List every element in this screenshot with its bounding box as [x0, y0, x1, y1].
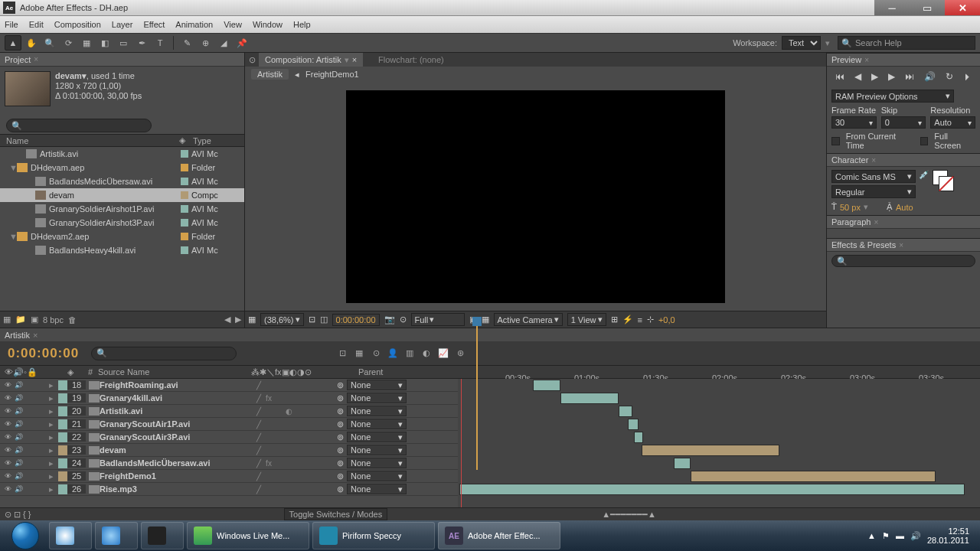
font-style-dropdown[interactable]: Regular ▾: [831, 185, 916, 198]
stroke-color[interactable]: [939, 176, 954, 191]
project-search[interactable]: 🔍: [6, 119, 152, 132]
camera-tool[interactable]: ▦: [78, 35, 95, 51]
preview-tab[interactable]: Preview×: [827, 53, 980, 67]
col-type[interactable]: Type: [193, 136, 244, 145]
zoom-dropdown[interactable]: (38,6%) ▾: [260, 313, 304, 326]
shy-icon[interactable]: 👤: [386, 348, 400, 358]
effects-presets-tab[interactable]: Effects & Presets×: [827, 238, 980, 252]
pen-tool[interactable]: ✒: [133, 35, 150, 51]
timeline-search[interactable]: 🔍: [91, 347, 237, 360]
graph-icon[interactable]: 📈: [436, 348, 450, 358]
preview-res-dropdown[interactable]: Auto ▾: [930, 116, 975, 129]
bpc-label[interactable]: 8 bpc: [43, 315, 64, 324]
layer-bar[interactable]: [560, 393, 619, 404]
layer-bar[interactable]: [674, 458, 691, 469]
layer-bar[interactable]: [691, 471, 936, 482]
prev-frame-icon[interactable]: ◀: [854, 71, 861, 82]
rotate-tool[interactable]: ⟳: [60, 35, 77, 51]
layer-row[interactable]: 👁🔊▸24BadlandsMedicÜbersaw.avi╱fx⊚None▾: [0, 457, 458, 470]
layer-bar[interactable]: [619, 406, 632, 417]
layer-row[interactable]: 👁🔊▸22GranaryScoutAir3P.avi╱⊚None▾: [0, 431, 458, 444]
taskbar-steam[interactable]: [141, 522, 184, 549]
character-tab[interactable]: Character×: [827, 153, 980, 167]
draft3d-icon[interactable]: ▦: [352, 348, 366, 358]
project-tree[interactable]: Artistik.aviAVI Mc▼DHdevam.aepFolderBadl…: [0, 147, 244, 311]
comp-flowchart-icon[interactable]: ⊹: [647, 315, 654, 324]
effects-search[interactable]: 🔍: [831, 255, 975, 267]
close-icon[interactable]: ×: [34, 55, 38, 64]
menu-effect[interactable]: Effect: [143, 20, 165, 29]
frame-blend-icon[interactable]: ▥: [403, 348, 416, 358]
pan-behind-tool[interactable]: ◧: [96, 35, 113, 51]
toggle-switches-button[interactable]: Toggle Switches / Modes: [284, 508, 388, 520]
camera-dropdown[interactable]: Active Camera ▾: [494, 313, 563, 326]
close-icon[interactable]: ×: [352, 55, 357, 64]
taskbar-speccy[interactable]: Piriform Speccy: [312, 522, 435, 549]
fullscreen-checkbox[interactable]: [920, 137, 929, 145]
play-icon[interactable]: ▶: [871, 71, 878, 82]
tree-row[interactable]: ▼DHdevam.aepFolder: [0, 161, 244, 174]
source-col[interactable]: Source Name: [98, 367, 251, 377]
taskbar-ae[interactable]: AEAdobe After Effec...: [438, 522, 560, 549]
layer-bar[interactable]: [459, 484, 965, 495]
skip-dropdown[interactable]: 0 ▾: [881, 116, 926, 129]
bin-icon[interactable]: ▦: [3, 315, 11, 324]
snapshot-icon[interactable]: 📷: [384, 315, 395, 324]
tree-row[interactable]: Artistik.aviAVI Mc: [0, 147, 244, 161]
workspace-select[interactable]: Text: [782, 36, 821, 50]
layer-row[interactable]: 👁🔊▸18FreightRoaming.avi╱⊚None▾: [0, 379, 458, 392]
scroll-right-icon[interactable]: ▶: [235, 315, 241, 324]
layer-row[interactable]: 👁🔊▸23devam╱⊚None▾: [0, 444, 458, 457]
flag-icon[interactable]: ⚑: [882, 531, 890, 541]
resolution-dropdown[interactable]: Full ▾: [411, 313, 465, 326]
col-label-icon[interactable]: ◈: [179, 135, 193, 145]
layer-row[interactable]: 👁🔊▸19Granary4kill.avi╱fx⊚None▾: [0, 392, 458, 405]
tl-foot-icons[interactable]: ⊙ ⊡ { }: [0, 510, 31, 520]
composition-viewer[interactable]: [245, 82, 826, 311]
taskbar-ie[interactable]: [95, 522, 138, 549]
menu-animation[interactable]: Animation: [175, 20, 213, 29]
views-dropdown[interactable]: 1 View ▾: [567, 313, 606, 326]
brush-tool[interactable]: ✎: [178, 35, 195, 51]
search-help[interactable]: 🔍 Search Help: [838, 36, 975, 50]
grid-icon[interactable]: ▦: [248, 315, 256, 324]
layer-row[interactable]: 👁🔊▸21GranaryScoutAir1P.avi╱⊚None▾: [0, 418, 458, 431]
hand-tool[interactable]: ✋: [23, 35, 40, 51]
flowchart-tab[interactable]: Flowchart: (none): [378, 55, 444, 64]
moblur-icon[interactable]: ◐: [420, 348, 433, 358]
taskbar-wlm[interactable]: Windows Live Me...: [187, 522, 309, 549]
next-frame-icon[interactable]: ▶: [888, 71, 895, 82]
menu-composition[interactable]: Composition: [54, 20, 101, 29]
leading[interactable]: Auto: [896, 203, 913, 212]
fast-preview-icon[interactable]: ⚡: [622, 315, 633, 324]
exposure[interactable]: +0,0: [658, 315, 675, 324]
network-icon[interactable]: ▬: [896, 531, 904, 540]
zoom-slider[interactable]: ▲━━━━━━━▲: [602, 510, 656, 520]
time-display[interactable]: 0:00:00:00: [332, 314, 380, 326]
ram-preview-icon[interactable]: ⏵: [963, 71, 972, 82]
ram-options-dropdown[interactable]: RAM Preview Options ▾: [831, 90, 954, 103]
tree-row[interactable]: ▼DHdevam2.aepFolder: [0, 230, 244, 243]
minimize-button[interactable]: ─: [874, 0, 910, 15]
breadcrumb-item[interactable]: Artistik: [251, 69, 289, 80]
col-name[interactable]: Name: [0, 136, 179, 145]
num-col[interactable]: #: [83, 367, 98, 377]
maximize-button[interactable]: ▭: [910, 0, 945, 15]
channel-icon[interactable]: ⊙: [400, 315, 407, 324]
lock-icon[interactable]: ⊙: [245, 55, 259, 65]
timeline-timecode[interactable]: 0:00:00:00: [0, 346, 87, 361]
layer-row[interactable]: 👁🔊▸20Artistik.avi╱◐⊚None▾: [0, 405, 458, 418]
menu-window[interactable]: Window: [253, 20, 283, 29]
mask-icon[interactable]: ◫: [320, 315, 328, 324]
brainstorm-icon[interactable]: ⊛: [453, 348, 467, 358]
scroll-left-icon[interactable]: ◀: [224, 315, 230, 324]
comp-mini-icon[interactable]: ⊡: [335, 348, 349, 358]
font-size[interactable]: 50 px: [840, 203, 861, 212]
timeline-icon[interactable]: ≡: [638, 315, 642, 324]
zoom-tool[interactable]: 🔍: [41, 35, 58, 51]
menu-file[interactable]: File: [5, 20, 18, 29]
layer-bar[interactable]: [533, 380, 560, 391]
audio-icon[interactable]: 🔊: [924, 71, 936, 82]
font-dropdown[interactable]: Comic Sans MS ▾: [831, 170, 916, 183]
pixel-icon[interactable]: ⊞: [611, 315, 618, 324]
